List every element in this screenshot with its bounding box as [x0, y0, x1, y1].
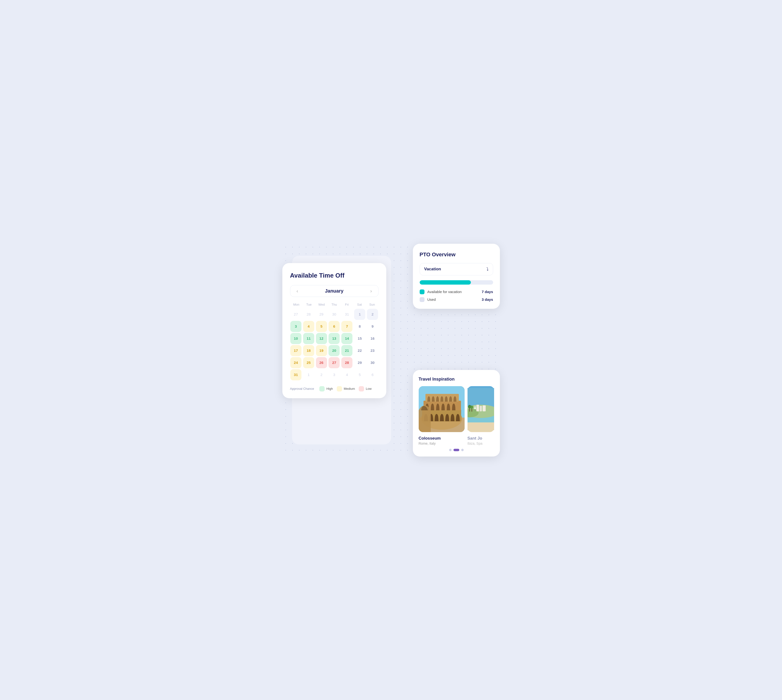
cal-day-4-0[interactable]: 24: [290, 357, 301, 368]
weekday-fri: Fri: [341, 302, 353, 307]
pto-progress-fill: [420, 280, 471, 285]
travel-destinations: Colosseum Rome, Italy Sant Jo Ibiza, Spa: [419, 436, 494, 445]
legend-dot-high: [319, 386, 324, 392]
pagination-dot-3[interactable]: [461, 449, 464, 451]
legend-prefix: Approval Chance: [290, 387, 314, 390]
cal-day-5-2[interactable]: 2: [316, 369, 327, 380]
svg-rect-13: [483, 405, 486, 411]
pto-dot-used: [420, 297, 424, 302]
cal-day-4-3[interactable]: 27: [328, 357, 339, 368]
cal-day-1-5[interactable]: 8: [354, 321, 365, 332]
cal-day-1-0[interactable]: 3: [290, 321, 301, 332]
pto-available-label: Available for vacation: [428, 290, 462, 294]
approval-chance-legend: Approval Chance High Medium Low: [290, 386, 379, 392]
calendar: Mon Tue Wed Thu Fri Sat Sun 272829303112…: [290, 302, 379, 380]
cal-day-0-6[interactable]: 2: [367, 309, 378, 320]
weekday-thu: Thu: [328, 302, 340, 307]
calendar-body: 2728293031123456789101112131415161718192…: [290, 309, 379, 380]
weekday-sat: Sat: [353, 302, 366, 307]
ato-title: Available Time Off: [290, 272, 379, 279]
legend-high: High: [319, 386, 333, 392]
colosseum-info: Colosseum Rome, Italy: [419, 436, 464, 445]
cal-day-4-5[interactable]: 29: [354, 357, 365, 368]
pto-legend-used: Used 3 days: [420, 297, 493, 302]
cal-day-3-6[interactable]: 23: [367, 345, 378, 356]
pto-type-dropdown[interactable]: Vacation ⤵: [420, 263, 493, 275]
cal-day-5-5[interactable]: 5: [354, 369, 365, 380]
weekday-wed: Wed: [315, 302, 328, 307]
svg-rect-11: [476, 405, 479, 411]
sant-jo-photo[interactable]: [468, 386, 494, 432]
cal-day-3-4[interactable]: 21: [341, 345, 353, 356]
svg-point-20: [471, 405, 473, 408]
cal-day-0-2[interactable]: 29: [316, 309, 327, 320]
next-month-button[interactable]: ›: [369, 288, 373, 294]
legend-label-low: Low: [366, 387, 371, 390]
svg-rect-12: [479, 406, 482, 411]
weekday-sun: Sun: [366, 302, 378, 307]
cal-day-5-0[interactable]: 31: [290, 369, 301, 380]
pto-used-label: Used: [428, 297, 436, 302]
dropdown-value: Vacation: [424, 267, 441, 272]
available-time-off-card: Available Time Off ‹ January › Mon Tue W…: [282, 263, 386, 398]
cal-day-4-2[interactable]: 26: [316, 357, 327, 368]
pto-title: PTO Overview: [420, 252, 493, 258]
sant-jo-location: Ibiza, Spa: [468, 442, 496, 445]
cal-day-4-1[interactable]: 25: [303, 357, 314, 368]
cal-day-4-4[interactable]: 28: [341, 357, 353, 368]
legend-label-medium: Medium: [344, 387, 355, 390]
cal-day-0-5[interactable]: 1: [354, 309, 365, 320]
prev-month-button[interactable]: ‹: [295, 288, 300, 294]
cal-day-1-6[interactable]: 9: [367, 321, 378, 332]
cal-day-0-4[interactable]: 31: [341, 309, 353, 320]
cal-day-2-2[interactable]: 12: [316, 333, 327, 344]
cal-day-2-1[interactable]: 11: [303, 333, 314, 344]
pto-dot-available: [420, 290, 424, 294]
pto-legend: Available for vacation 7 days Used 3 day…: [420, 290, 493, 302]
month-navigator[interactable]: ‹ January ›: [290, 285, 379, 297]
cal-day-5-4[interactable]: 4: [341, 369, 353, 380]
legend-medium: Medium: [337, 386, 355, 392]
cal-day-1-3[interactable]: 6: [328, 321, 339, 332]
colosseum-name: Colosseum: [419, 436, 464, 441]
pto-used-days: 3 days: [482, 297, 493, 302]
pagination-dot-1[interactable]: [449, 449, 452, 451]
travel-title: Travel Inspiration: [419, 377, 494, 382]
cal-day-5-1[interactable]: 1: [303, 369, 314, 380]
cal-day-2-5[interactable]: 15: [354, 333, 365, 344]
cal-day-3-0[interactable]: 17: [290, 345, 301, 356]
cal-day-2-0[interactable]: 10: [290, 333, 301, 344]
calendar-header: Mon Tue Wed Thu Fri Sat Sun: [290, 302, 379, 307]
weekday-tue: Tue: [303, 302, 315, 307]
cal-day-3-1[interactable]: 18: [303, 345, 314, 356]
scene: Available Time Off ‹ January › Mon Tue W…: [282, 244, 500, 457]
cal-day-0-3[interactable]: 30: [328, 309, 339, 320]
sant-jo-name: Sant Jo: [468, 436, 496, 441]
colosseum-location: Rome, Italy: [419, 442, 464, 445]
legend-dot-low: [359, 386, 364, 392]
cal-day-2-4[interactable]: 14: [341, 333, 353, 344]
cal-day-0-0[interactable]: 27: [290, 309, 301, 320]
carousel-pagination: [419, 449, 494, 451]
cal-day-2-3[interactable]: 13: [328, 333, 339, 344]
cal-day-3-3[interactable]: 20: [328, 345, 339, 356]
cal-day-5-3[interactable]: 3: [328, 369, 339, 380]
svg-rect-16: [468, 422, 494, 430]
cal-day-4-6[interactable]: 30: [367, 357, 378, 368]
cal-day-5-6[interactable]: 6: [367, 369, 378, 380]
sant-jo-info: Sant Jo Ibiza, Spa: [468, 436, 496, 445]
cal-day-0-1[interactable]: 28: [303, 309, 314, 320]
cal-day-2-6[interactable]: 16: [367, 333, 378, 344]
pto-progress-track: [420, 280, 493, 285]
cal-day-1-4[interactable]: 7: [341, 321, 353, 332]
chevron-down-icon: ⤵: [486, 267, 489, 272]
cal-day-3-5[interactable]: 22: [354, 345, 365, 356]
cal-day-1-1[interactable]: 4: [303, 321, 314, 332]
pto-overview-card: PTO Overview Vacation ⤵ Available for va…: [413, 244, 500, 309]
pto-available-days: 7 days: [482, 290, 493, 294]
colosseum-photo[interactable]: [419, 386, 464, 432]
pagination-dot-2[interactable]: [454, 449, 459, 451]
cal-day-3-2[interactable]: 19: [316, 345, 327, 356]
cal-day-1-2[interactable]: 5: [316, 321, 327, 332]
current-month: January: [325, 288, 343, 294]
